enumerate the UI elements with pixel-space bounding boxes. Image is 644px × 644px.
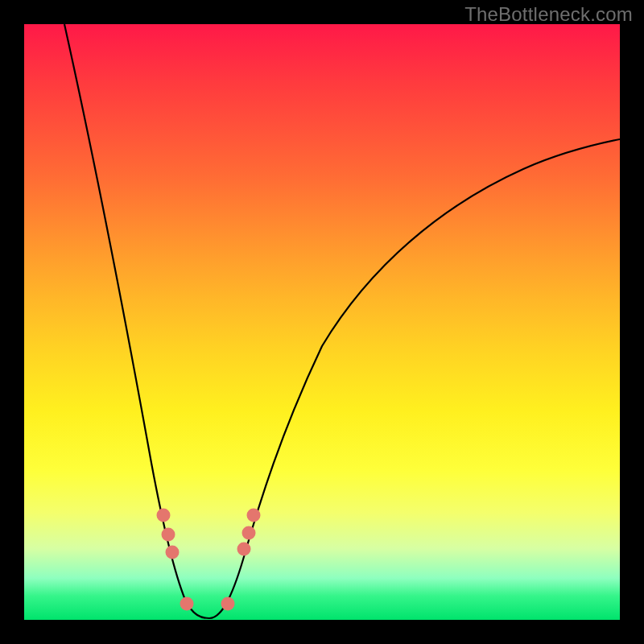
watermark-text: TheBottleneck.com <box>464 3 633 26</box>
marker-capsule <box>261 443 278 491</box>
left-branch-curve <box>64 24 209 618</box>
marker-dot <box>242 526 256 540</box>
marker-dot <box>180 597 194 611</box>
chart-svg <box>24 24 620 620</box>
marker-dot <box>166 546 180 559</box>
marker-dot <box>221 597 235 611</box>
marker-dot <box>157 509 171 522</box>
chart-plot-area <box>24 24 620 620</box>
marker-dot <box>247 509 261 522</box>
chart-frame: TheBottleneck.com <box>0 0 644 644</box>
marker-dot <box>237 543 251 556</box>
marker-dot <box>162 528 175 542</box>
right-branch-curve <box>209 139 620 618</box>
